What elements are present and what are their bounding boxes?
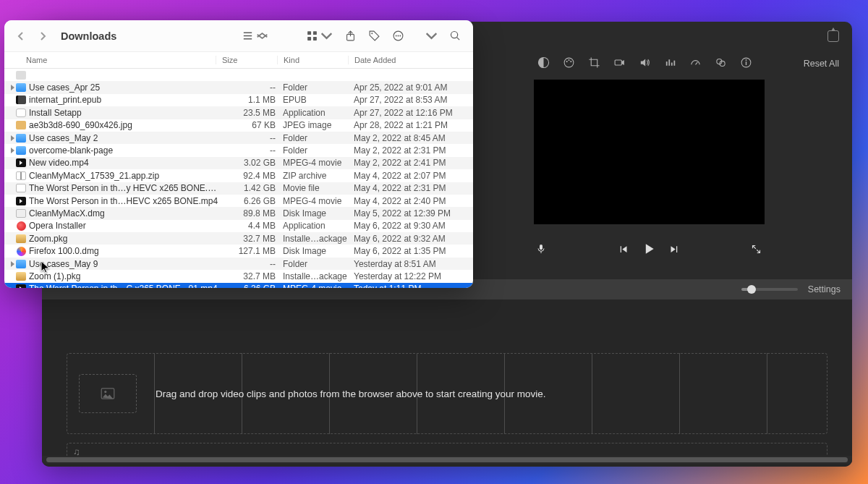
timeline-scrollbar[interactable] (42, 456, 852, 464)
svg-rect-13 (746, 61, 746, 65)
file-kind: Application (283, 221, 354, 231)
group-button[interactable] (303, 28, 336, 43)
file-row[interactable] (4, 69, 473, 81)
previous-button[interactable] (618, 244, 629, 258)
file-kind: Disk Image (283, 208, 354, 218)
forward-button[interactable] (35, 28, 51, 44)
disclosure-triangle-icon[interactable] (9, 85, 16, 90)
settings-button[interactable]: Settings (808, 284, 841, 294)
file-icon (16, 95, 26, 105)
play-button[interactable] (642, 242, 656, 259)
file-icon (16, 120, 26, 130)
file-kind: Disk Image (283, 246, 354, 256)
placeholder-thumb-icon (79, 374, 137, 413)
finder-column-header[interactable]: Name Size Kind Date Added (4, 52, 473, 69)
file-name: CleanMyMacX_17539_21.app.zip (29, 171, 221, 181)
file-name: CleanMyMacX.dmg (29, 208, 221, 218)
info-icon[interactable] (740, 56, 752, 72)
actions-button[interactable] (389, 28, 441, 43)
file-kind: Installe…ackage (283, 271, 354, 281)
file-date: May 4, 2022 at 2:40 PM (354, 196, 473, 206)
file-row[interactable]: Opera Installer4.4 MBApplicationMay 6, 2… (4, 220, 473, 232)
microphone-icon[interactable] (535, 243, 547, 258)
file-row[interactable]: Zoom.pkg32.7 MBInstalle…ackageMay 6, 202… (4, 232, 473, 245)
file-name: Install Setapp (29, 108, 221, 118)
file-name: New video.mp4 (29, 158, 221, 168)
file-kind: MPEG-4 movie (283, 196, 354, 206)
file-row[interactable]: The Worst Person in th…C x265 BONE - 01.… (4, 283, 473, 288)
file-row[interactable]: The Worst Person in th…y HEVC x265 BONE.… (4, 182, 473, 195)
file-icon (16, 208, 26, 218)
file-row[interactable]: CleanMyMacX_17539_21.app.zip92.4 MBZIP a… (4, 169, 473, 182)
camera-icon[interactable] (613, 56, 626, 72)
disclosure-triangle-icon[interactable] (9, 148, 16, 153)
svg-rect-6 (666, 61, 668, 66)
reset-all-button[interactable]: Reset All (804, 59, 839, 69)
svg-rect-20 (307, 37, 311, 41)
file-date: May 2, 2022 at 8:45 AM (354, 133, 473, 143)
contrast-icon[interactable] (537, 56, 550, 72)
file-row[interactable]: Install Setapp23.5 MBApplicationApr 27, … (4, 106, 473, 119)
finder-file-list[interactable]: Use cases_Apr 25--FolderApr 25, 2022 at … (4, 69, 473, 288)
file-date: Apr 25, 2022 at 9:01 AM (354, 82, 473, 93)
svg-point-4 (570, 61, 571, 62)
file-row[interactable]: ae3b3d8-690_690x426.jpg67 KBJPEG imageAp… (4, 119, 473, 132)
file-row[interactable]: Firefox 100.0.dmg127.1 MBDisk ImageMay 6… (4, 245, 473, 257)
volume-icon[interactable] (639, 56, 651, 72)
file-kind: Application (283, 108, 354, 118)
file-icon (16, 234, 26, 244)
file-size: 6.26 GB (221, 196, 283, 206)
file-row[interactable]: Use cases_May 2--FolderMay 2, 2022 at 8:… (4, 132, 473, 144)
fullscreen-icon[interactable] (751, 244, 762, 258)
file-row[interactable]: Use cases_Apr 25--FolderApr 25, 2022 at … (4, 81, 473, 93)
svg-rect-8 (671, 62, 673, 65)
file-row[interactable]: Use cases_May 9--FolderYesterday at 8:51… (4, 258, 473, 270)
column-date[interactable]: Date Added (348, 56, 473, 64)
column-kind[interactable]: Kind (277, 56, 348, 64)
file-row[interactable]: Zoom (1).pkg32.7 MBInstalle…ackageYester… (4, 270, 473, 282)
file-icon (16, 271, 26, 281)
disclosure-triangle-icon[interactable] (9, 135, 16, 141)
file-icon (16, 284, 26, 288)
share-icon[interactable] (827, 30, 839, 42)
crop-icon[interactable] (588, 56, 600, 72)
file-row[interactable]: CleanMyMacX.dmg89.8 MBDisk ImageMay 5, 2… (4, 207, 473, 219)
file-kind: Folder (283, 133, 354, 143)
file-row[interactable]: internat_print.epub1.1 MBEPUBApr 27, 202… (4, 94, 473, 106)
back-button[interactable] (13, 28, 29, 44)
file-name: Opera Installer (29, 221, 221, 231)
file-date: May 2, 2022 at 2:31 PM (354, 145, 473, 156)
file-size: 23.5 MB (221, 108, 283, 118)
share-button[interactable] (341, 28, 359, 43)
equalizer-icon[interactable] (664, 56, 676, 72)
zoom-slider[interactable] (741, 288, 798, 291)
file-row[interactable]: overcome-blank-page--FolderMay 2, 2022 a… (4, 144, 473, 156)
file-kind: ZIP archive (283, 171, 354, 181)
column-name[interactable]: Name (26, 56, 216, 64)
search-button[interactable] (446, 28, 464, 43)
speed-icon[interactable] (689, 56, 702, 72)
file-row[interactable]: The Worst Person in th…HEVC x265 BONE.mp… (4, 195, 473, 207)
editor-adjust-toolbar: Reset All (537, 54, 839, 74)
tags-button[interactable] (365, 28, 383, 43)
effects-icon[interactable] (715, 56, 727, 72)
file-name: The Worst Person in th…HEVC x265 BONE.mp… (29, 196, 221, 206)
file-size: 92.4 MB (221, 171, 283, 181)
file-icon (16, 259, 26, 269)
column-size[interactable]: Size (216, 56, 277, 64)
file-row[interactable]: New video.mp43.02 GBMPEG-4 movieMay 2, 2… (4, 157, 473, 169)
color-palette-icon[interactable] (563, 56, 575, 72)
view-mode-button[interactable] (239, 28, 271, 43)
timeline-panel: Drag and drop video clips and photos fro… (42, 300, 852, 467)
file-kind: Movie file (283, 183, 354, 193)
file-icon (16, 108, 26, 118)
file-date: May 4, 2022 at 2:31 PM (354, 183, 473, 193)
file-size: 1.1 MB (221, 95, 283, 105)
disclosure-triangle-icon[interactable] (9, 261, 16, 267)
next-button[interactable] (669, 244, 680, 258)
file-date: Apr 27, 2022 at 8:53 AM (354, 95, 473, 105)
timeline-drop-zone[interactable]: Drag and drop video clips and photos fro… (67, 353, 827, 434)
svg-point-2 (566, 61, 568, 62)
file-date: May 6, 2022 at 9:32 AM (354, 234, 473, 244)
finder-toolbar: Downloads (4, 20, 473, 52)
